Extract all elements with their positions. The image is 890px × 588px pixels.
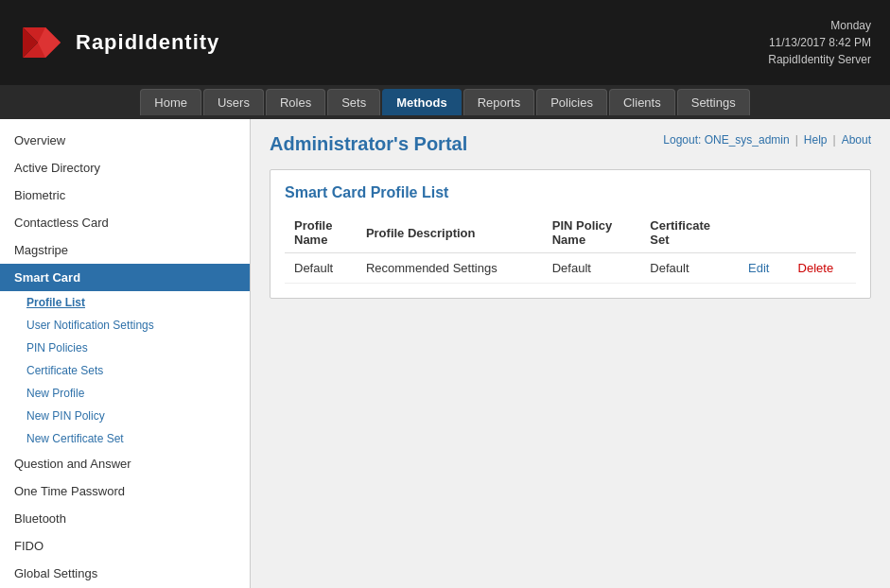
nav-tab-policies[interactable]: Policies xyxy=(536,89,607,115)
content-area: Administrator's Portal Logout: ONE_sys_a… xyxy=(251,119,890,588)
table-row: Default Recommended Settings Default Def… xyxy=(285,253,856,284)
sep2: | xyxy=(833,133,836,147)
sidebar-item-active-directory[interactable]: Active Directory xyxy=(0,154,250,182)
logout-link[interactable]: Logout: ONE_sys_admin xyxy=(663,133,789,147)
logo-area: RapidIdentity xyxy=(19,20,219,65)
card-title: Smart Card Profile List xyxy=(285,184,856,201)
about-link[interactable]: About xyxy=(842,133,871,147)
sidebar-item-bluetooth[interactable]: Bluetooth xyxy=(0,505,250,532)
col-certificate-set: CertificateSet xyxy=(640,213,739,253)
sidebar-subitem-new-certificate-set[interactable]: New Certificate Set xyxy=(0,427,250,450)
nav-tab-settings[interactable]: Settings xyxy=(677,89,750,115)
col-actions2 xyxy=(789,213,856,253)
col-actions xyxy=(739,213,789,253)
sidebar-item-one-time-password[interactable]: One Time Password xyxy=(0,477,250,505)
edit-link[interactable]: Edit xyxy=(748,261,769,275)
sidebar-item-global-settings[interactable]: Global Settings xyxy=(0,560,250,587)
sidebar-item-biometric[interactable]: Biometric xyxy=(0,182,250,209)
header-datetime: Monday 11/13/2017 8:42 PM RapidIdentity … xyxy=(768,17,871,68)
profile-list-card: Smart Card Profile List ProfileName Prof… xyxy=(270,169,871,299)
page-title: Administrator's Portal xyxy=(270,133,467,155)
sidebar: Overview Active Directory Biometric Cont… xyxy=(0,119,251,588)
col-pin-policy-name: PIN PolicyName xyxy=(543,213,641,253)
col-profile-name: ProfileName xyxy=(285,213,357,253)
cell-profile-name: Default xyxy=(285,253,357,284)
sidebar-subitem-new-profile[interactable]: New Profile xyxy=(0,382,250,405)
nav-tab-home[interactable]: Home xyxy=(140,89,201,115)
profile-table: ProfileName Profile Description PIN Poli… xyxy=(285,213,856,284)
logo-icon xyxy=(19,20,64,65)
server-name: RapidIdentity Server xyxy=(768,51,871,68)
cell-pin-policy-name: Default xyxy=(543,253,641,284)
datetime-day: Monday xyxy=(768,17,871,34)
nav-tab-users[interactable]: Users xyxy=(203,89,264,115)
sidebar-item-overview[interactable]: Overview xyxy=(0,127,250,154)
cell-profile-description: Recommended Settings xyxy=(357,253,543,284)
sep1: | xyxy=(795,133,798,147)
delete-link[interactable]: Delete xyxy=(798,261,834,275)
cell-certificate-set: Default xyxy=(640,253,739,284)
main-layout: Overview Active Directory Biometric Cont… xyxy=(0,119,890,588)
help-link[interactable]: Help xyxy=(804,133,828,147)
sidebar-subitem-user-notification-settings[interactable]: User Notification Settings xyxy=(0,314,250,337)
app-header: RapidIdentity Monday 11/13/2017 8:42 PM … xyxy=(0,0,890,85)
sidebar-subitem-certificate-sets[interactable]: Certificate Sets xyxy=(0,359,250,382)
app-name: RapidIdentity xyxy=(76,30,219,55)
main-nav: Home Users Roles Sets Methods Reports Po… xyxy=(0,85,890,119)
table-header-row: ProfileName Profile Description PIN Poli… xyxy=(285,213,856,253)
sidebar-item-contactless-card[interactable]: Contactless Card xyxy=(0,209,250,236)
cell-edit: Edit xyxy=(739,253,789,284)
col-profile-description: Profile Description xyxy=(357,213,543,253)
nav-tab-sets[interactable]: Sets xyxy=(327,89,380,115)
nav-tab-roles[interactable]: Roles xyxy=(266,89,325,115)
nav-tab-methods[interactable]: Methods xyxy=(382,89,461,115)
sidebar-subitem-profile-list[interactable]: Profile List xyxy=(0,291,250,314)
sidebar-item-question-and-answer[interactable]: Question and Answer xyxy=(0,450,250,477)
datetime-time: 11/13/2017 8:42 PM xyxy=(768,34,871,51)
nav-tab-reports[interactable]: Reports xyxy=(463,89,535,115)
nav-tab-clients[interactable]: Clients xyxy=(609,89,675,115)
content-header: Administrator's Portal Logout: ONE_sys_a… xyxy=(270,133,871,155)
header-links: Logout: ONE_sys_admin | Help | About xyxy=(663,133,871,147)
cell-delete: Delete xyxy=(789,253,856,284)
sidebar-subitem-pin-policies[interactable]: PIN Policies xyxy=(0,337,250,359)
sidebar-item-magstripe[interactable]: Magstripe xyxy=(0,236,250,264)
sidebar-item-fido[interactable]: FIDO xyxy=(0,532,250,560)
sidebar-subitem-new-pin-policy[interactable]: New PIN Policy xyxy=(0,405,250,427)
sidebar-item-smart-card[interactable]: Smart Card xyxy=(0,264,250,291)
